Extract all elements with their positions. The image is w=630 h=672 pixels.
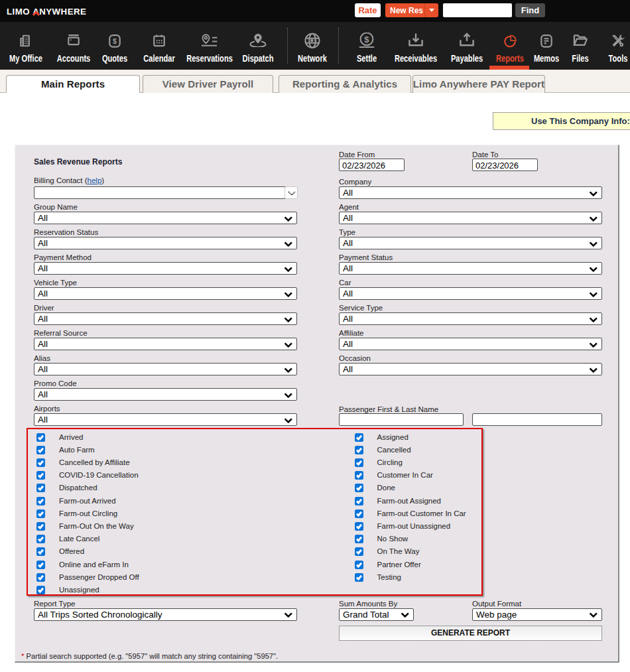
svg-text:$: $ — [113, 38, 117, 45]
svg-text:$: $ — [364, 34, 369, 44]
